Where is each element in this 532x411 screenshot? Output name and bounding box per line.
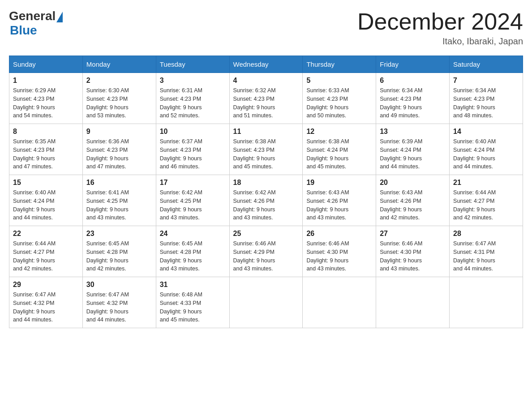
day-info: Sunrise: 6:47 AMSunset: 4:32 PMDaylight:… <box>13 291 79 324</box>
day-info: Sunrise: 6:43 AMSunset: 4:26 PMDaylight:… <box>380 188 446 222</box>
calendar-week-4: 22Sunrise: 6:44 AMSunset: 4:27 PMDayligh… <box>9 226 523 277</box>
day-number: 25 <box>233 230 299 238</box>
day-info: Sunrise: 6:36 AMSunset: 4:23 PMDaylight:… <box>86 137 152 171</box>
day-info: Sunrise: 6:44 AMSunset: 4:27 PMDaylight:… <box>13 240 79 273</box>
day-info: Sunrise: 6:44 AMSunset: 4:27 PMDaylight:… <box>453 188 519 222</box>
logo: General Blue <box>9 9 63 38</box>
day-info: Sunrise: 6:38 AMSunset: 4:23 PMDaylight:… <box>233 137 299 171</box>
calendar-cell: 28Sunrise: 6:47 AMSunset: 4:31 PMDayligh… <box>450 226 523 277</box>
day-info: Sunrise: 6:37 AMSunset: 4:23 PMDaylight:… <box>160 137 226 171</box>
day-info: Sunrise: 6:39 AMSunset: 4:24 PMDaylight:… <box>380 137 446 171</box>
day-info: Sunrise: 6:31 AMSunset: 4:23 PMDaylight:… <box>160 86 226 120</box>
calendar-cell: 25Sunrise: 6:46 AMSunset: 4:29 PMDayligh… <box>229 226 303 277</box>
calendar-cell: 8Sunrise: 6:35 AMSunset: 4:23 PMDaylight… <box>9 124 83 175</box>
day-number: 26 <box>306 230 372 238</box>
day-info: Sunrise: 6:43 AMSunset: 4:26 PMDaylight:… <box>306 188 372 222</box>
calendar-cell: 31Sunrise: 6:48 AMSunset: 4:33 PMDayligh… <box>156 277 229 328</box>
day-number: 19 <box>306 179 372 187</box>
day-number: 16 <box>86 179 152 187</box>
calendar-cell: 12Sunrise: 6:38 AMSunset: 4:24 PMDayligh… <box>303 124 376 175</box>
day-number: 14 <box>453 128 519 136</box>
day-number: 7 <box>453 77 519 85</box>
calendar-cell: 9Sunrise: 6:36 AMSunset: 4:23 PMDaylight… <box>82 124 156 175</box>
logo-general-text: General <box>9 9 56 23</box>
day-number: 21 <box>453 179 519 187</box>
day-info: Sunrise: 6:45 AMSunset: 4:28 PMDaylight:… <box>86 240 152 273</box>
calendar-header-thursday: Thursday <box>303 56 376 73</box>
day-number: 10 <box>160 128 226 136</box>
main-title: December 2024 <box>357 9 523 34</box>
day-number: 31 <box>160 281 226 289</box>
calendar-week-3: 15Sunrise: 6:40 AMSunset: 4:24 PMDayligh… <box>9 175 523 226</box>
day-number: 2 <box>86 77 152 85</box>
day-number: 11 <box>233 128 299 136</box>
day-info: Sunrise: 6:48 AMSunset: 4:33 PMDaylight:… <box>160 291 226 324</box>
calendar-cell: 17Sunrise: 6:42 AMSunset: 4:25 PMDayligh… <box>156 175 229 226</box>
calendar-cell <box>376 277 450 328</box>
calendar-cell: 19Sunrise: 6:43 AMSunset: 4:26 PMDayligh… <box>303 175 376 226</box>
calendar-week-2: 8Sunrise: 6:35 AMSunset: 4:23 PMDaylight… <box>9 124 523 175</box>
calendar-cell: 5Sunrise: 6:33 AMSunset: 4:23 PMDaylight… <box>303 73 376 124</box>
calendar-header-wednesday: Wednesday <box>229 56 303 73</box>
day-info: Sunrise: 6:34 AMSunset: 4:23 PMDaylight:… <box>380 86 446 120</box>
day-info: Sunrise: 6:30 AMSunset: 4:23 PMDaylight:… <box>86 86 152 120</box>
calendar-cell: 20Sunrise: 6:43 AMSunset: 4:26 PMDayligh… <box>376 175 450 226</box>
day-number: 9 <box>86 128 152 136</box>
day-number: 30 <box>86 281 152 289</box>
calendar-cell <box>450 277 523 328</box>
location-subtitle: Itako, Ibaraki, Japan <box>357 36 523 47</box>
calendar-cell <box>229 277 303 328</box>
day-info: Sunrise: 6:34 AMSunset: 4:23 PMDaylight:… <box>453 86 519 120</box>
calendar-cell: 27Sunrise: 6:46 AMSunset: 4:30 PMDayligh… <box>376 226 450 277</box>
calendar-cell: 15Sunrise: 6:40 AMSunset: 4:24 PMDayligh… <box>9 175 83 226</box>
calendar-cell: 21Sunrise: 6:44 AMSunset: 4:27 PMDayligh… <box>450 175 523 226</box>
day-info: Sunrise: 6:46 AMSunset: 4:30 PMDaylight:… <box>380 240 446 273</box>
calendar-cell: 16Sunrise: 6:41 AMSunset: 4:25 PMDayligh… <box>82 175 156 226</box>
calendar-cell <box>303 277 376 328</box>
day-number: 20 <box>380 179 446 187</box>
day-info: Sunrise: 6:47 AMSunset: 4:32 PMDaylight:… <box>86 291 152 324</box>
day-info: Sunrise: 6:42 AMSunset: 4:25 PMDaylight:… <box>160 188 226 222</box>
day-info: Sunrise: 6:38 AMSunset: 4:24 PMDaylight:… <box>306 137 372 171</box>
day-number: 8 <box>13 128 79 136</box>
day-info: Sunrise: 6:29 AMSunset: 4:23 PMDaylight:… <box>13 86 79 120</box>
calendar-header-saturday: Saturday <box>450 56 523 73</box>
calendar-cell: 23Sunrise: 6:45 AMSunset: 4:28 PMDayligh… <box>82 226 156 277</box>
day-info: Sunrise: 6:32 AMSunset: 4:23 PMDaylight:… <box>233 86 299 120</box>
day-number: 22 <box>13 230 79 238</box>
calendar-cell: 4Sunrise: 6:32 AMSunset: 4:23 PMDaylight… <box>229 73 303 124</box>
calendar-cell: 2Sunrise: 6:30 AMSunset: 4:23 PMDaylight… <box>82 73 156 124</box>
day-number: 3 <box>160 77 226 85</box>
calendar-cell: 22Sunrise: 6:44 AMSunset: 4:27 PMDayligh… <box>9 226 83 277</box>
calendar-cell: 24Sunrise: 6:45 AMSunset: 4:28 PMDayligh… <box>156 226 229 277</box>
day-info: Sunrise: 6:45 AMSunset: 4:28 PMDaylight:… <box>160 240 226 273</box>
calendar-cell: 6Sunrise: 6:34 AMSunset: 4:23 PMDaylight… <box>376 73 450 124</box>
logo-blue-text: Blue <box>10 23 37 38</box>
day-number: 12 <box>306 128 372 136</box>
calendar-table: SundayMondayTuesdayWednesdayThursdayFrid… <box>9 56 523 328</box>
day-info: Sunrise: 6:46 AMSunset: 4:30 PMDaylight:… <box>306 240 372 273</box>
day-number: 23 <box>86 230 152 238</box>
day-info: Sunrise: 6:33 AMSunset: 4:23 PMDaylight:… <box>306 86 372 120</box>
day-number: 6 <box>380 77 446 85</box>
day-number: 27 <box>380 230 446 238</box>
day-info: Sunrise: 6:40 AMSunset: 4:24 PMDaylight:… <box>453 137 519 171</box>
day-info: Sunrise: 6:41 AMSunset: 4:25 PMDaylight:… <box>86 188 152 222</box>
calendar-cell: 30Sunrise: 6:47 AMSunset: 4:32 PMDayligh… <box>82 277 156 328</box>
calendar-cell: 13Sunrise: 6:39 AMSunset: 4:24 PMDayligh… <box>376 124 450 175</box>
logo-triangle-icon <box>56 12 63 22</box>
calendar-cell: 14Sunrise: 6:40 AMSunset: 4:24 PMDayligh… <box>450 124 523 175</box>
title-section: December 2024 Itako, Ibaraki, Japan <box>357 9 523 47</box>
day-info: Sunrise: 6:42 AMSunset: 4:26 PMDaylight:… <box>233 188 299 222</box>
calendar-cell: 18Sunrise: 6:42 AMSunset: 4:26 PMDayligh… <box>229 175 303 226</box>
day-info: Sunrise: 6:35 AMSunset: 4:23 PMDaylight:… <box>13 137 79 171</box>
day-info: Sunrise: 6:40 AMSunset: 4:24 PMDaylight:… <box>13 188 79 222</box>
calendar-header-tuesday: Tuesday <box>156 56 229 73</box>
page-header: General Blue December 2024 Itako, Ibarak… <box>9 9 523 47</box>
calendar-cell: 7Sunrise: 6:34 AMSunset: 4:23 PMDaylight… <box>450 73 523 124</box>
calendar-cell: 11Sunrise: 6:38 AMSunset: 4:23 PMDayligh… <box>229 124 303 175</box>
day-number: 1 <box>13 77 79 85</box>
calendar-cell: 26Sunrise: 6:46 AMSunset: 4:30 PMDayligh… <box>303 226 376 277</box>
day-number: 17 <box>160 179 226 187</box>
calendar-cell: 3Sunrise: 6:31 AMSunset: 4:23 PMDaylight… <box>156 73 229 124</box>
